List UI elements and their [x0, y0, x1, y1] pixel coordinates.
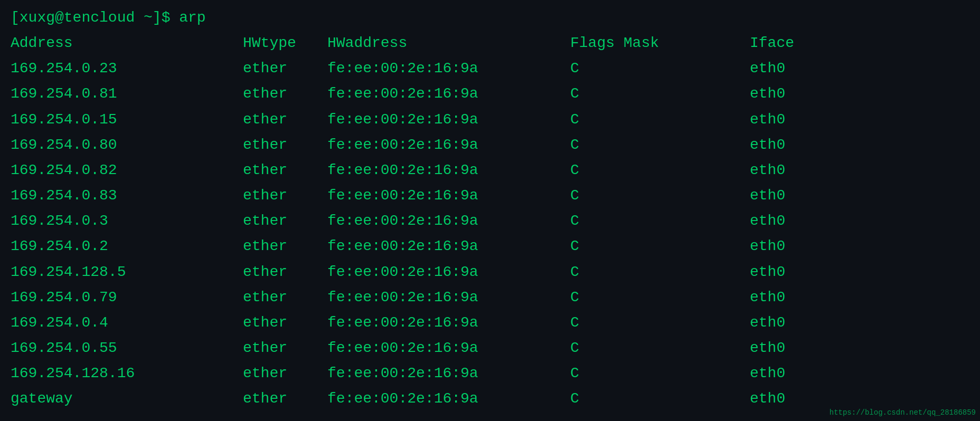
cell-hwtype: ether	[243, 285, 327, 310]
cell-address: 169.254.128.5	[11, 260, 243, 285]
cell-address: gateway	[11, 386, 243, 412]
cell-iface: eth0	[750, 310, 785, 336]
rows-container: 169.254.0.23 ether fe:ee:00:2e:16:9a C e…	[11, 56, 969, 412]
table-row: 169.254.128.16 ether fe:ee:00:2e:16:9a C…	[11, 361, 969, 386]
header-iface: Iface	[750, 31, 794, 56]
cell-hwaddress: fe:ee:00:2e:16:9a	[327, 336, 570, 361]
cell-hwaddress: fe:ee:00:2e:16:9a	[327, 183, 570, 208]
cell-hwtype: ether	[243, 361, 327, 386]
table-row: 169.254.0.15 ether fe:ee:00:2e:16:9a C e…	[11, 107, 969, 132]
cell-flags: C	[570, 132, 750, 158]
cell-flags: C	[570, 386, 750, 412]
cell-address: 169.254.0.55	[11, 336, 243, 361]
cell-flags: C	[570, 158, 750, 183]
cell-address: 169.254.0.4	[11, 310, 243, 336]
cell-hwaddress: fe:ee:00:2e:16:9a	[327, 158, 570, 183]
cell-hwaddress: fe:ee:00:2e:16:9a	[327, 285, 570, 310]
cell-address: 169.254.0.3	[11, 208, 243, 234]
cell-address: 169.254.0.80	[11, 132, 243, 158]
cell-hwtype: ether	[243, 81, 327, 107]
table-row: 169.254.0.23 ether fe:ee:00:2e:16:9a C e…	[11, 56, 969, 81]
cell-address: 169.254.0.15	[11, 107, 243, 132]
cell-hwtype: ether	[243, 386, 327, 412]
cell-iface: eth0	[750, 107, 785, 132]
cell-address: 169.254.0.23	[11, 56, 243, 81]
cell-address: 169.254.0.83	[11, 183, 243, 208]
table-row: 169.254.0.79 ether fe:ee:00:2e:16:9a C e…	[11, 285, 969, 310]
header-line: Address HWtype HWaddress Flags Mask Ifac…	[11, 31, 969, 56]
cell-flags: C	[570, 56, 750, 81]
header-flags-mask: Flags Mask	[570, 31, 750, 56]
cell-hwtype: ether	[243, 310, 327, 336]
cell-flags: C	[570, 310, 750, 336]
cell-hwaddress: fe:ee:00:2e:16:9a	[327, 81, 570, 107]
cell-iface: eth0	[750, 260, 785, 285]
cell-iface: eth0	[750, 183, 785, 208]
cell-hwtype: ether	[243, 132, 327, 158]
cell-iface: eth0	[750, 81, 785, 107]
cell-iface: eth0	[750, 386, 785, 412]
cell-hwaddress: fe:ee:00:2e:16:9a	[327, 361, 570, 386]
cell-hwtype: ether	[243, 208, 327, 234]
table-row: 169.254.0.4 ether fe:ee:00:2e:16:9a C et…	[11, 310, 969, 336]
cell-address: 169.254.0.82	[11, 158, 243, 183]
cell-hwaddress: fe:ee:00:2e:16:9a	[327, 56, 570, 81]
cell-hwaddress: fe:ee:00:2e:16:9a	[327, 234, 570, 259]
table-row: gateway ether fe:ee:00:2e:16:9a C eth0	[11, 386, 969, 412]
cell-hwtype: ether	[243, 107, 327, 132]
cell-hwaddress: fe:ee:00:2e:16:9a	[327, 208, 570, 234]
cell-flags: C	[570, 81, 750, 107]
cell-flags: C	[570, 208, 750, 234]
terminal: [xuxg@tencloud ~]$ arp Address HWtype HW…	[11, 5, 969, 412]
prompt-text: [xuxg@tencloud ~]$ arp	[11, 5, 206, 31]
table-row: 169.254.0.83 ether fe:ee:00:2e:16:9a C e…	[11, 183, 969, 208]
cell-hwaddress: fe:ee:00:2e:16:9a	[327, 107, 570, 132]
watermark: https://blog.csdn.net/qq_28186859	[830, 408, 976, 417]
table-row: 169.254.0.3 ether fe:ee:00:2e:16:9a C et…	[11, 208, 969, 234]
cell-flags: C	[570, 361, 750, 386]
header-hwaddress: HWaddress	[327, 31, 570, 56]
cell-hwaddress: fe:ee:00:2e:16:9a	[327, 260, 570, 285]
header-hwtype: HWtype	[243, 31, 327, 56]
cell-flags: C	[570, 183, 750, 208]
cell-iface: eth0	[750, 132, 785, 158]
cell-flags: C	[570, 285, 750, 310]
prompt-line: [xuxg@tencloud ~]$ arp	[11, 5, 969, 31]
cell-flags: C	[570, 336, 750, 361]
cell-iface: eth0	[750, 285, 785, 310]
cell-iface: eth0	[750, 234, 785, 259]
table-row: 169.254.0.55 ether fe:ee:00:2e:16:9a C e…	[11, 336, 969, 361]
cell-iface: eth0	[750, 56, 785, 81]
cell-hwtype: ether	[243, 260, 327, 285]
cell-iface: eth0	[750, 361, 785, 386]
cell-address: 169.254.0.2	[11, 234, 243, 259]
cell-iface: eth0	[750, 208, 785, 234]
cell-address: 169.254.128.16	[11, 361, 243, 386]
table-row: 169.254.0.80 ether fe:ee:00:2e:16:9a C e…	[11, 132, 969, 158]
cell-hwaddress: fe:ee:00:2e:16:9a	[327, 132, 570, 158]
table-row: 169.254.0.82 ether fe:ee:00:2e:16:9a C e…	[11, 158, 969, 183]
cell-iface: eth0	[750, 336, 785, 361]
cell-iface: eth0	[750, 158, 785, 183]
cell-flags: C	[570, 234, 750, 259]
cell-hwtype: ether	[243, 56, 327, 81]
table-row: 169.254.0.81 ether fe:ee:00:2e:16:9a C e…	[11, 81, 969, 107]
header-address: Address	[11, 31, 243, 56]
cell-flags: C	[570, 107, 750, 132]
cell-hwaddress: fe:ee:00:2e:16:9a	[327, 310, 570, 336]
cell-hwtype: ether	[243, 336, 327, 361]
cell-hwtype: ether	[243, 158, 327, 183]
table-row: 169.254.0.2 ether fe:ee:00:2e:16:9a C et…	[11, 234, 969, 259]
cell-address: 169.254.0.79	[11, 285, 243, 310]
cell-hwaddress: fe:ee:00:2e:16:9a	[327, 386, 570, 412]
cell-hwtype: ether	[243, 183, 327, 208]
cell-hwtype: ether	[243, 234, 327, 259]
cell-address: 169.254.0.81	[11, 81, 243, 107]
table-row: 169.254.128.5 ether fe:ee:00:2e:16:9a C …	[11, 260, 969, 285]
cell-flags: C	[570, 260, 750, 285]
